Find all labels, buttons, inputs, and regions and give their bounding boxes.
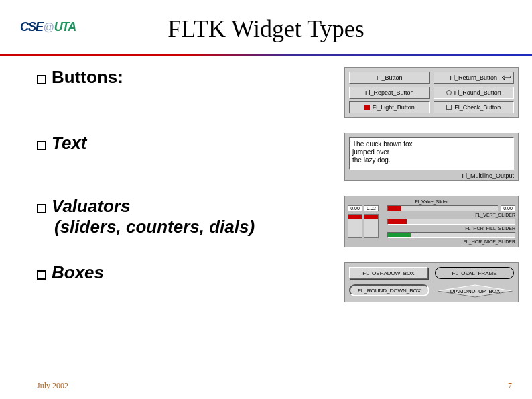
hor-slider-1[interactable] — [387, 205, 498, 211]
bullet-valuators: Valuators (sliders, counters, dials) — [37, 196, 278, 237]
valuators-title: Fl_Value_Slider — [348, 199, 515, 204]
bullet-buttons: Buttons: — [37, 67, 278, 88]
vert-slider-a[interactable] — [348, 214, 362, 238]
footer-date: July 2002 — [37, 381, 68, 391]
multiline-output-text: The quick brown fox jumped over the lazy… — [352, 140, 511, 164]
light-icon — [364, 105, 370, 110]
radio-icon — [446, 90, 452, 95]
hor-fill-slider[interactable] — [387, 219, 515, 225]
boxes-widget-panel: FL_OSHADOW_BOX FL_OVAL_FRAME FL_ROUND_DO… — [344, 262, 519, 302]
fl-round-button[interactable]: Fl_Round_Button — [434, 87, 515, 99]
label-vert: FL_VERT_SLIDER — [387, 213, 515, 217]
bullet-marker-icon — [37, 75, 46, 84]
row-boxes: Boxes FL_OSHADOW_BOX FL_OVAL_FRAME FL_RO… — [37, 262, 519, 302]
row-text: Text The quick brown fox jumped over the… — [37, 133, 519, 181]
bullet-marker-icon — [37, 141, 46, 150]
row-valuators: Valuators (sliders, counters, dials) Fl_… — [37, 196, 519, 247]
title-divider — [0, 54, 532, 56]
check-icon — [446, 105, 452, 110]
fl-return-button[interactable]: Fl_Return_Button — [434, 72, 515, 84]
fl-button[interactable]: Fl_Button — [349, 72, 430, 84]
bullet-valuators-label: Valuators — [52, 196, 131, 216]
bullet-marker-icon — [37, 204, 46, 213]
vert-slider-b[interactable] — [364, 214, 379, 238]
bullet-valuators-cont: (sliders, counters, dials) — [54, 217, 278, 237]
footer-page: 7 — [508, 381, 512, 391]
oshadow-box: FL_OSHADOW_BOX — [349, 267, 428, 279]
hor-nice-slider[interactable] — [387, 232, 515, 238]
value-b: 0.02 — [364, 205, 379, 211]
value-a: 0.00 — [348, 205, 362, 211]
valuators-widget-panel: Fl_Value_Slider 0.00 0.02 — [344, 196, 519, 247]
fl-check-button[interactable]: Fl_Check_Button — [434, 101, 515, 113]
diamond-up-box: DIAMOND_UP_BOX — [436, 284, 514, 298]
label-hor-nice: FL_HOR_NICE_SLIDER — [387, 239, 515, 244]
bullet-boxes-label: Boxes — [52, 262, 104, 282]
text-widget-panel: The quick brown fox jumped over the lazy… — [344, 133, 519, 181]
round-down-box: FL_ROUND_DOWN_BOX — [349, 284, 429, 296]
slide-title: FLTK Widget Types — [0, 15, 532, 43]
bullet-text-label: Text — [52, 133, 87, 153]
buttons-widget-panel: Fl_Button Fl_Return_Button Fl_Repeat_But… — [344, 67, 519, 118]
fl-light-button[interactable]: Fl_Light_Button — [349, 101, 430, 113]
bullet-marker-icon — [37, 270, 46, 280]
value-c: 0.00 — [501, 205, 515, 211]
content-area: Buttons: Fl_Button Fl_Return_Button Fl_R… — [37, 67, 519, 365]
multiline-output: The quick brown fox jumped over the lazy… — [349, 137, 514, 170]
bullet-boxes: Boxes — [37, 262, 278, 283]
oval-frame-box: FL_OVAL_FRAME — [435, 267, 514, 279]
row-buttons: Buttons: Fl_Button Fl_Return_Button Fl_R… — [37, 67, 519, 118]
return-arrow-icon — [502, 75, 511, 80]
label-hor-fill: FL_HOR_FILL_SLIDER — [387, 226, 515, 231]
multiline-caption: Fl_Multiline_Output — [349, 170, 514, 179]
bullet-buttons-label: Buttons: — [52, 67, 123, 87]
fl-repeat-button[interactable]: Fl_Repeat_Button — [349, 87, 430, 99]
bullet-text: Text — [37, 133, 278, 154]
